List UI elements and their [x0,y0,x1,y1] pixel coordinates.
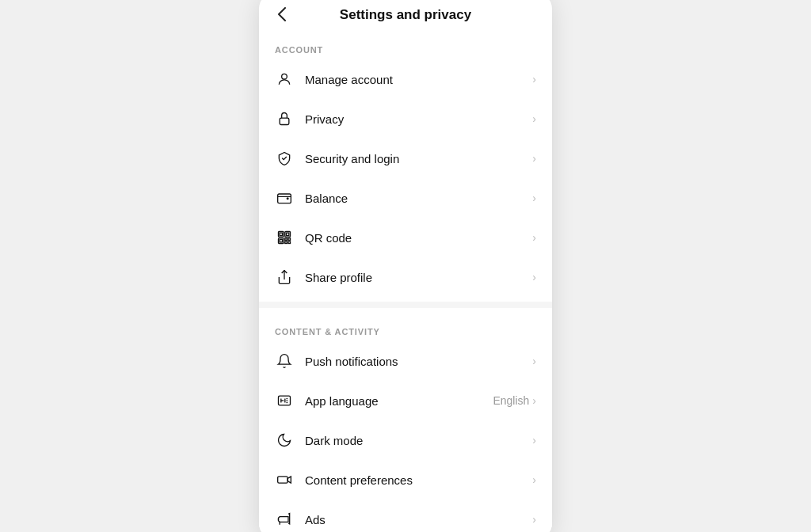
phone-container: Settings and privacy ACCOUNT Manage acco… [259,0,552,532]
security-login-chevron: › [532,152,536,165]
privacy-label: Privacy [305,112,532,126]
header: Settings and privacy [259,0,552,31]
share-icon [275,268,294,287]
security-login-item[interactable]: Security and login › [259,139,552,178]
svg-rect-2 [278,194,291,203]
svg-rect-21 [278,477,288,483]
svg-rect-6 [287,233,289,235]
balance-label: Balance [305,192,532,205]
svg-rect-8 [280,240,282,242]
share-profile-label: Share profile [305,271,532,284]
app-language-chevron: › [532,394,536,407]
svg-rect-4 [280,233,282,235]
dark-mode-item[interactable]: Dark mode › [259,420,552,460]
balance-item[interactable]: Balance › [259,178,552,218]
svg-rect-14 [279,396,291,405]
security-login-label: Security and login [305,152,532,165]
content-preferences-label: Content preferences [305,473,532,487]
dark-mode-chevron: › [532,434,536,446]
svg-rect-1 [280,118,289,124]
settings-content: ACCOUNT Manage account › Privacy › Secur… [259,31,552,532]
push-notifications-label: Push notifications [305,355,532,368]
account-section-label: ACCOUNT [259,31,552,59]
language-icon [275,391,294,410]
manage-account-chevron: › [532,73,536,86]
content-preferences-chevron: › [532,473,536,486]
svg-rect-11 [285,241,287,244]
dark-mode-label: Dark mode [305,434,532,447]
bell-icon [275,352,294,370]
qr-code-item[interactable]: QR code › [259,218,552,257]
ads-item[interactable]: Ads › [259,500,552,532]
page-title: Settings and privacy [340,7,471,23]
qr-code-chevron: › [532,231,536,244]
ads-label: Ads [305,513,532,526]
section-divider [259,302,552,308]
content-activity-section-label: CONTENT & ACTIVITY [259,313,552,341]
qrcode-icon [275,228,294,247]
privacy-chevron: › [532,112,536,125]
back-button[interactable] [272,4,292,27]
svg-point-0 [282,74,287,79]
push-notifications-chevron: › [532,355,536,367]
svg-rect-9 [285,238,287,241]
app-language-value: English [493,394,529,407]
lock-icon [275,109,294,128]
ads-chevron: › [532,513,536,526]
privacy-item[interactable]: Privacy › [259,99,552,139]
manage-account-item[interactable]: Manage account › [259,59,552,99]
share-profile-item[interactable]: Share profile › [259,257,552,297]
moon-icon [275,431,294,450]
qr-code-label: QR code [305,231,532,245]
video-icon [275,470,294,489]
wallet-icon [275,188,294,207]
svg-rect-12 [288,241,291,244]
app-language-label: App language [305,394,493,408]
push-notifications-item[interactable]: Push notifications › [259,341,552,381]
shield-icon [275,149,294,168]
user-icon [275,70,294,89]
megaphone-icon [275,510,294,529]
app-language-item[interactable]: App language English › [259,381,552,420]
manage-account-label: Manage account [305,73,532,86]
svg-rect-10 [288,238,291,241]
share-profile-chevron: › [532,271,536,283]
balance-chevron: › [532,192,536,204]
content-preferences-item[interactable]: Content preferences › [259,460,552,500]
